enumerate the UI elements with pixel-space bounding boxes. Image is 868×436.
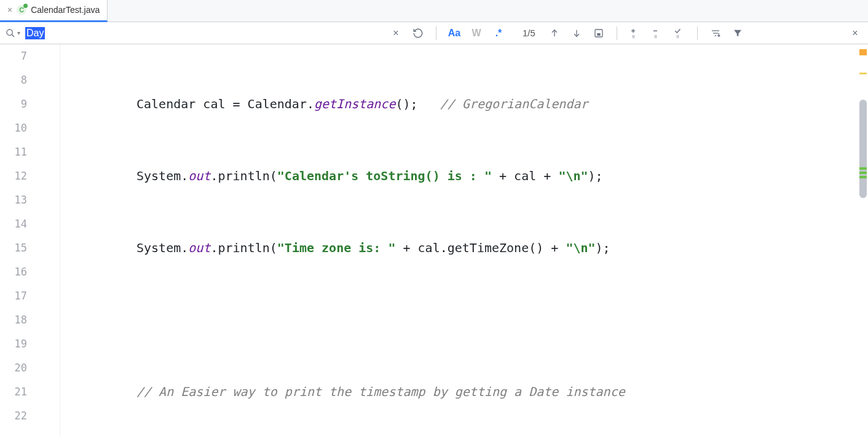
prev-match-icon[interactable] [546, 25, 562, 41]
search-dropdown-icon[interactable]: ▾ [17, 30, 20, 36]
regex-toggle[interactable]: .* [491, 25, 507, 41]
clear-search-icon[interactable]: × [388, 25, 404, 41]
match-case-toggle[interactable]: Aa [446, 25, 462, 41]
find-inline-controls: × Aa W .* [388, 25, 507, 41]
close-find-bar-icon[interactable]: × [847, 25, 863, 41]
code-line: System.out.println("Calendar's toString(… [68, 164, 868, 188]
filter-icon[interactable] [730, 25, 746, 41]
find-query: Day [25, 27, 45, 39]
line-number: 22 [0, 404, 27, 428]
search-icon[interactable] [5, 28, 16, 38]
search-history-icon[interactable] [410, 25, 426, 41]
java-class-icon: C [17, 5, 26, 15]
line-number: 21 [0, 380, 27, 404]
select-all-occurrences-icon[interactable] [591, 25, 607, 41]
code-line: Calendar cal = Calendar.getInstance(); /… [68, 92, 868, 116]
line-number: 12 [0, 164, 27, 188]
editor-tab-bar: × C CalendarTest.java [0, 0, 868, 22]
filter-search-icon[interactable] [708, 25, 724, 41]
remove-selection-icon[interactable]: II [649, 25, 665, 41]
line-number: 19 [0, 332, 27, 356]
line-number: 20 [0, 356, 27, 380]
editor-tab[interactable]: × C CalendarTest.java [0, 0, 108, 22]
whole-words-toggle[interactable]: W [468, 25, 484, 41]
gutter-icon-strip [36, 44, 60, 436]
warning-marker[interactable] [859, 49, 867, 55]
find-nav-controls: II II II [546, 25, 746, 41]
line-number: 8 [0, 68, 27, 92]
code-editor[interactable]: 7 8 9 10 11 12 13 14 15 16 17 18 19 20 2… [0, 44, 868, 436]
svg-point-0 [7, 30, 12, 35]
divider [617, 26, 617, 40]
scrollbar-thumb[interactable] [859, 100, 867, 198]
match-marker[interactable] [859, 172, 867, 174]
line-number: 9 [0, 92, 27, 116]
line-number: 7 [0, 44, 27, 68]
divider [436, 26, 436, 40]
code-line: // An Easier way to print the timestamp … [68, 380, 868, 404]
line-number: 17 [0, 284, 27, 308]
code-line [68, 308, 868, 332]
svg-text:II: II [676, 34, 679, 38]
tab-filename: CalendarTest.java [31, 5, 100, 15]
svg-rect-5 [597, 33, 600, 36]
add-selection-icon[interactable]: II [627, 25, 643, 41]
match-count: 1/5 [509, 28, 544, 38]
close-tab-icon[interactable]: × [7, 5, 12, 15]
line-number: 11 [0, 140, 27, 164]
line-number: 16 [0, 260, 27, 284]
line-number: 10 [0, 116, 27, 140]
line-number-gutter: 7 8 9 10 11 12 13 14 15 16 17 18 19 20 2… [0, 44, 36, 436]
error-stripe[interactable] [858, 44, 868, 436]
ide-window: × C CalendarTest.java ▾ Day × Aa W .* 1/… [0, 0, 868, 436]
code-area[interactable]: Calendar cal = Calendar.getInstance(); /… [60, 44, 868, 436]
line-number: 14 [0, 212, 27, 236]
find-input-wrap[interactable]: Day [23, 25, 385, 41]
code-line: System.out.println("Time zone is: " + ca… [68, 236, 868, 260]
svg-text:II: II [654, 34, 657, 38]
next-match-icon[interactable] [569, 25, 585, 41]
find-bar: ▾ Day × Aa W .* 1/5 [0, 22, 868, 44]
svg-text:II: II [632, 34, 634, 38]
line-number: 13 [0, 188, 27, 212]
svg-line-1 [12, 34, 14, 37]
match-marker[interactable] [859, 167, 867, 170]
match-marker[interactable] [859, 176, 867, 178]
line-number: 15 [0, 236, 27, 260]
line-number: 18 [0, 308, 27, 332]
select-all-icon[interactable]: II [671, 25, 687, 41]
divider [697, 26, 698, 40]
info-marker[interactable] [859, 73, 867, 74]
